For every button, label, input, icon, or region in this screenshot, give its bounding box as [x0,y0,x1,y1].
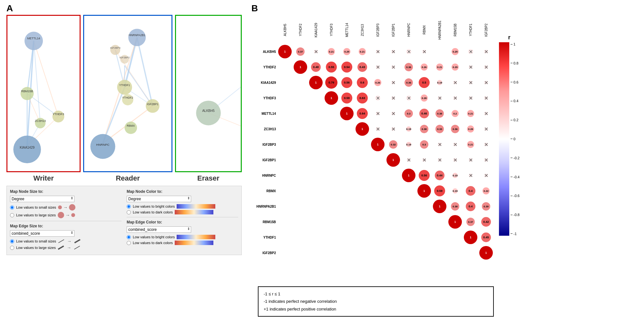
scale-tick: 1 [511,42,520,46]
table-row: ✕ [416,152,432,168]
table-row [308,199,324,214]
edge-size-radio2-label: Low values to large sizes [16,246,56,250]
scale-tick: 0.6 [511,80,520,84]
section-label-b: B [251,3,641,14]
scale-tick: -0.2 [511,156,520,160]
table-row: 0.46 [416,106,432,121]
table-row: ✕ [385,44,401,59]
table-row: ✕ [416,44,432,59]
table-row: ✕ [447,152,463,168]
table-row [355,137,370,152]
table-row: 0.32 [385,137,401,152]
node-size-radio1[interactable] [10,205,14,210]
table-row [277,183,293,199]
node-size-select[interactable]: Degree [10,196,74,202]
col-header-3: YTHDF3 [324,15,339,44]
node-color-radio1[interactable] [127,204,131,209]
table-row [308,168,324,183]
table-row: 0.6 [355,75,370,90]
table-row: ✕ [370,59,385,75]
table-row [308,137,324,152]
color-bar-bright [177,204,215,209]
edge-color-radio1[interactable] [127,235,131,239]
table-row: ✕ [370,121,385,137]
table-row: ✕ [401,152,416,168]
svg-point-37 [122,94,133,105]
table-row [401,199,416,214]
table-row: 1 [324,90,339,106]
table-row [416,199,432,214]
table-row [277,152,293,168]
row-header-1: YTHDF2 [251,59,277,75]
edge-color-radio1-row: Low values to bright colors [127,235,238,239]
node-color-select[interactable]: Degree [127,196,191,202]
table-row [308,106,324,121]
table-row: 0.19 [447,183,463,199]
node-size-radio2-label: Low values to large sizes [16,213,56,217]
table-row [293,230,308,245]
table-row [355,183,370,199]
large-circle-icon [69,204,75,211]
legend-line1: -1 ≤ r ≤ 1 [264,290,488,298]
table-row [463,245,478,261]
legend-line3: +1 indicates perfect positive correlatio… [264,305,488,313]
table-row: ✕ [447,75,463,90]
edge-size-radio1[interactable] [10,239,14,243]
table-row [277,199,293,214]
node-color-radio2-label: Low values to dark colors [133,210,173,214]
row-header-0: ALKBH5 [251,44,277,59]
writer-label: Writer [34,174,54,183]
table-row [447,230,463,245]
table-row: 0.2 [447,106,463,121]
node-color-radio1-label: Low values to bright colors [133,204,175,208]
edge-size-radio2[interactable] [10,246,14,250]
node-size-label: Map Node Size to: [10,189,122,194]
table-row [401,230,416,245]
node-size-radio2[interactable] [10,213,14,217]
edge-color-radio2[interactable] [127,241,131,245]
table-row: 0.36 [401,75,416,90]
table-row [293,121,308,137]
corr-table: ALKBH5YTHDF2KIAA1429YTHDF3METTL14ZC3H13I… [251,15,494,261]
controls-panel: Map Node Size to: Degree Low values to s… [6,186,242,255]
table-row [339,121,355,137]
svg-point-17 [13,136,41,163]
svg-point-41 [125,122,137,134]
table-row [324,168,339,183]
table-row [401,214,416,230]
edge-color-select[interactable]: combined_score [127,226,191,233]
table-row: ✕ [432,90,447,106]
node-size-radio2-row: Low values to large sizes → [10,212,122,218]
table-row: ✕ [385,121,401,137]
correlation-container: ALKBH5YTHDF2KIAA1429YTHDF3METTL14ZC3H13I… [251,15,641,317]
node-color-radio2-row: Low values to dark colors [127,210,238,214]
table-row [370,230,385,245]
table-row: 0.22 [478,183,494,199]
table-row [355,168,370,183]
table-row: 1 [401,168,416,183]
table-row [324,230,339,245]
row-header-6: IGF2BP3 [251,137,277,152]
row-header-10: HNRNPA2B1 [251,199,277,214]
table-row: ✕ [463,44,478,59]
table-row: ✕ [432,137,447,152]
table-row [385,199,401,214]
table-row [339,245,355,261]
table-row: ✕ [463,168,478,183]
arrow-icon3: → [67,239,72,244]
svg-text:ZC3H13: ZC3H13 [35,119,46,123]
node-color-radio2[interactable] [127,210,131,214]
table-row: 1 [339,106,355,121]
table-row: 0.45 [478,230,494,245]
svg-text:ALKBH5: ALKBH5 [202,109,215,113]
table-row [416,245,432,261]
table-row: 1 [277,44,293,59]
table-row: 0.56 [339,75,355,90]
svg-text:IGF2BP1: IGF2BP1 [147,103,159,106]
table-row [339,214,355,230]
edge-size-select[interactable]: combined_score [10,230,74,237]
legend-line2: -1 indicates perfect negative correlatio… [264,298,488,305]
table-row: 1 [355,121,370,137]
row-header-7: IGF2BP1 [251,152,277,168]
legend-box: -1 ≤ r ≤ 1 -1 indicates perfect negative… [258,286,494,317]
